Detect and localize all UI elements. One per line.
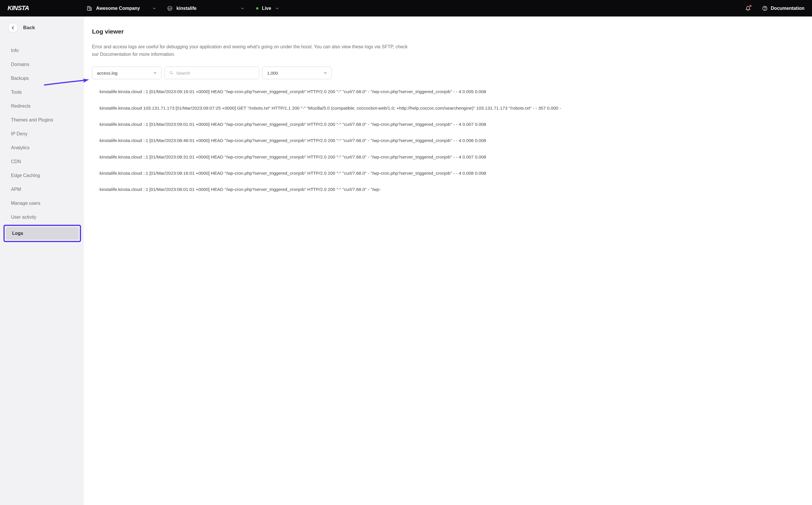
sidebar-item-label: Analytics <box>11 145 29 150</box>
log-entry: kinstalife.kinsta.cloud ::1 [01/Mar/2023… <box>100 153 812 161</box>
svg-rect-2 <box>90 8 92 10</box>
chevron-down-icon <box>276 7 279 10</box>
sidebar-item-label: Backups <box>11 76 29 81</box>
sidebar-item-edge-caching[interactable]: Edge Caching <box>8 169 79 182</box>
environment-label: Live <box>262 6 271 11</box>
top-header: KINSTA Awesome Company kinstalife <box>0 0 812 16</box>
sidebar-item-info[interactable]: Info <box>8 44 79 57</box>
sidebar-item-redirects[interactable]: Redirects <box>8 100 79 113</box>
page-description: Error and access logs are useful for deb… <box>92 43 410 58</box>
kinsta-logo[interactable]: KINSTA <box>8 5 35 12</box>
log-entry: kinstalife.kinsta.cloud 103.131.71.173 [… <box>100 105 812 112</box>
search-input[interactable] <box>176 70 254 75</box>
sidebar-item-label: CDN <box>11 159 21 164</box>
sidebar-item-label: Domains <box>11 62 29 67</box>
chevron-down-icon <box>324 71 327 74</box>
sidebar-item-label: IP Deny <box>11 131 27 136</box>
search-icon <box>169 71 173 75</box>
sidebar-item-themes-plugins[interactable]: Themes and Plugins <box>8 114 79 126</box>
documentation-label: Documentation <box>771 6 804 11</box>
svg-line-9 <box>172 73 173 74</box>
sidebar-item-label: APM <box>11 187 21 192</box>
sidebar-item-domains[interactable]: Domains <box>8 58 79 71</box>
log-entry: kinstalife.kinsta.cloud ::1 [01/Mar/2023… <box>100 137 812 144</box>
chevron-down-icon <box>241 7 244 10</box>
svg-point-8 <box>170 71 172 74</box>
sidebar-item-label: Manage users <box>11 201 40 206</box>
sidebar-nav: Info Domains Backups Tools Redirects The… <box>8 44 79 242</box>
sidebar-item-label: User activity <box>11 215 36 219</box>
log-entry: kinstalife.kinsta.cloud ::1 [01/Mar/2023… <box>100 186 812 193</box>
status-dot-icon <box>256 7 258 10</box>
back-arrow-icon <box>8 23 18 33</box>
sidebar-item-label: Logs <box>12 231 23 236</box>
sidebar-item-label: Edge Caching <box>11 173 40 178</box>
environment-selector[interactable]: Live <box>256 6 279 11</box>
site-selector-label: kinstalife <box>176 6 196 11</box>
notifications-button[interactable] <box>746 6 751 11</box>
sidebar-item-logs[interactable]: Logs <box>3 225 81 242</box>
svg-point-5 <box>167 6 172 10</box>
building-icon <box>87 6 92 11</box>
page-title: Log viewer <box>92 28 812 35</box>
sidebar-item-analytics[interactable]: Analytics <box>8 141 79 154</box>
sidebar-item-backups[interactable]: Backups <box>8 72 79 85</box>
log-entry: kinstalife.kinsta.cloud ::1 [01/Mar/2023… <box>100 88 812 96</box>
sidebar-item-label: Redirects <box>11 104 31 109</box>
log-count-select[interactable]: 1,000 <box>262 66 331 79</box>
documentation-link[interactable]: Documentation <box>762 6 804 11</box>
log-entry: kinstalife.kinsta.cloud ::1 [01/Mar/2023… <box>100 169 812 177</box>
chevron-down-icon <box>154 71 157 74</box>
back-button[interactable]: Back <box>8 23 79 33</box>
site-selector[interactable]: kinstalife <box>167 6 244 11</box>
main-content: Log viewer Error and access logs are use… <box>84 16 812 505</box>
log-file-select[interactable]: access.log <box>92 66 161 79</box>
log-entry: kinstalife.kinsta.cloud ::1 [01/Mar/2023… <box>100 121 812 128</box>
sidebar-item-user-activity[interactable]: User activity <box>8 211 79 223</box>
notification-badge <box>750 5 752 7</box>
company-selector-label: Awesome Company <box>96 6 140 11</box>
sidebar-item-ip-deny[interactable]: IP Deny <box>8 128 79 140</box>
chevron-down-icon <box>153 7 156 10</box>
sidebar-item-apm[interactable]: APM <box>8 183 79 196</box>
sidebar-item-tools[interactable]: Tools <box>8 86 79 99</box>
sidebar-item-label: Themes and Plugins <box>11 118 53 122</box>
sidebar: Back Info Domains Backups Tools Redirect… <box>0 16 84 505</box>
svg-point-7 <box>765 9 765 10</box>
svg-text:KINSTA: KINSTA <box>8 5 29 12</box>
company-selector[interactable]: Awesome Company <box>87 6 156 11</box>
back-label: Back <box>23 25 35 31</box>
log-file-select-value: access.log <box>97 70 118 75</box>
sidebar-item-label: Tools <box>11 90 22 95</box>
sidebar-item-cdn[interactable]: CDN <box>8 155 79 168</box>
help-icon <box>762 6 768 11</box>
log-search[interactable] <box>164 66 259 79</box>
sidebar-item-label: Info <box>11 48 19 53</box>
wordpress-icon <box>167 6 172 11</box>
log-controls: access.log 1,000 <box>92 66 812 79</box>
log-count-select-value: 1,000 <box>267 70 278 75</box>
sidebar-item-manage-users[interactable]: Manage users <box>8 197 79 210</box>
log-entries-list: kinstalife.kinsta.cloud ::1 [01/Mar/2023… <box>92 88 812 193</box>
